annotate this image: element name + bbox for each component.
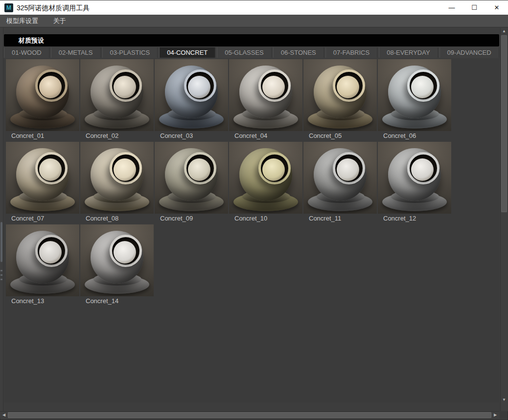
shaderball-cutout (35, 152, 68, 184)
maximize-button[interactable]: ☐ (463, 0, 485, 15)
material-thumbnail[interactable] (303, 59, 377, 131)
material-cell[interactable]: Concret_09 (155, 142, 228, 224)
main-area: 材质预设 01-WOOD02-METALS03-PLASTICS04-CONCR… (0, 27, 508, 411)
material-cell[interactable]: Concret_06 (378, 59, 451, 141)
material-thumbnail[interactable] (303, 142, 377, 214)
material-label: Concret_14 (80, 296, 154, 307)
tab-01-wood[interactable]: 01-WOOD (4, 47, 49, 58)
scroll-down-icon[interactable]: ▼ (501, 397, 508, 403)
material-thumbnail[interactable] (6, 59, 79, 131)
splitter-grip-icon (0, 270, 2, 283)
tab-03-plastics[interactable]: 03-PLASTICS (102, 47, 158, 58)
shaderball-inner-sphere (114, 241, 136, 264)
material-label: Concret_01 (6, 131, 79, 141)
material-thumbnail[interactable] (6, 142, 79, 214)
shaderball-cutout (184, 69, 216, 102)
tab-bar: 01-WOOD02-METALS03-PLASTICS04-CONCRET05-… (4, 47, 499, 58)
scroll-left-icon[interactable]: ◀ (0, 412, 7, 419)
shaderball-inner-sphere (188, 76, 210, 98)
shaderball-inner-sphere (262, 76, 285, 98)
material-grid: Concret_01Concret_02Concret_03Concret_04… (4, 59, 499, 402)
shaderball-cutout (407, 152, 439, 184)
material-label: Concret_06 (378, 131, 451, 141)
shaderball-inner-sphere (337, 158, 359, 181)
material-thumbnail[interactable] (229, 59, 302, 131)
vertical-scrollbar[interactable]: ▲ ▼ (500, 28, 508, 411)
tab-06-stones[interactable]: 06-STONES (273, 47, 324, 58)
material-thumbnail[interactable] (6, 224, 79, 296)
material-label: Concret_08 (80, 214, 154, 224)
material-label: Concret_13 (6, 296, 79, 307)
shaderball-cutout (407, 69, 439, 102)
menu-item-about[interactable]: 关于 (46, 15, 72, 27)
material-cell[interactable]: Concret_12 (378, 142, 451, 224)
material-cell[interactable]: Concret_03 (155, 59, 228, 141)
vertical-scroll-thumb[interactable] (501, 35, 507, 212)
shaderball-inner-sphere (337, 76, 359, 98)
close-icon: ✕ (494, 4, 500, 11)
material-label: Concret_02 (80, 131, 154, 141)
material-cell[interactable]: Concret_14 (80, 224, 154, 307)
material-cell[interactable]: Concret_07 (6, 142, 79, 224)
shaderball-inner-sphere (262, 158, 285, 181)
shaderball-cutout (35, 235, 68, 267)
minimize-button[interactable]: — (440, 0, 463, 15)
shaderball-inner-sphere (411, 158, 434, 181)
material-cell[interactable]: Concret_10 (229, 142, 302, 224)
maya-app-icon: M (4, 3, 13, 12)
tab-09-advanced[interactable]: 09-ADVANCED (439, 47, 499, 58)
material-thumbnail[interactable] (80, 142, 154, 214)
shaderball-cutout (333, 69, 365, 102)
shaderball-inner-sphere (188, 158, 210, 181)
splitter-handle-icon[interactable] (0, 222, 2, 262)
material-label: Concret_10 (229, 214, 302, 224)
shaderball-cutout (333, 152, 365, 184)
menu-item-library-settings[interactable]: 模型库设置 (0, 15, 45, 27)
horizontal-scrollbar[interactable]: ◀ ▶ (0, 411, 499, 419)
material-label: Concret_04 (229, 131, 302, 141)
material-cell[interactable]: Concret_13 (6, 224, 79, 307)
app-window: { "window": { "title": "325阿诺德材质调用工具", "… (0, 0, 508, 420)
tab-05-glasses[interactable]: 05-GLASSES (217, 47, 272, 58)
material-cell[interactable]: Concret_05 (303, 59, 377, 141)
material-label: Concret_03 (155, 131, 228, 141)
material-thumbnail[interactable] (155, 142, 228, 214)
material-cell[interactable]: Concret_04 (229, 59, 302, 141)
tab-08-everyday[interactable]: 08-EVERYDAY (379, 47, 438, 58)
material-label: Concret_11 (303, 214, 377, 224)
material-label: Concret_09 (155, 214, 228, 224)
material-thumbnail[interactable] (80, 224, 154, 296)
close-button[interactable]: ✕ (485, 0, 508, 15)
material-cell[interactable]: Concret_08 (80, 142, 154, 224)
shaderball-inner-sphere (39, 241, 62, 264)
maximize-icon: ☐ (471, 4, 477, 11)
material-cell[interactable]: Concret_01 (6, 59, 79, 141)
scrollbar-corner (500, 411, 508, 419)
menu-bar: 模型库设置 关于 (0, 15, 508, 27)
material-presets-header[interactable]: 材质预设 (4, 34, 499, 46)
material-thumbnail[interactable] (80, 59, 154, 131)
material-thumbnail[interactable] (378, 142, 451, 214)
tab-02-metals[interactable]: 02-METALS (51, 47, 101, 58)
shaderball-cutout (35, 69, 68, 102)
shaderball-inner-sphere (411, 76, 434, 98)
tab-04-concret[interactable]: 04-CONCRET (159, 47, 215, 58)
material-cell[interactable]: Concret_02 (80, 59, 154, 141)
shaderball-inner-sphere (39, 76, 62, 98)
shaderball-cutout (110, 235, 142, 267)
material-thumbnail[interactable] (378, 59, 451, 131)
window-title: 325阿诺德材质调用工具 (17, 0, 90, 15)
scroll-up-icon[interactable]: ▲ (501, 28, 508, 35)
shaderball-cutout (258, 69, 291, 102)
material-label: Concret_07 (6, 214, 79, 224)
material-thumbnail[interactable] (229, 142, 302, 214)
horizontal-scroll-thumb[interactable] (8, 412, 491, 418)
minimize-icon: — (449, 4, 455, 11)
material-cell[interactable]: Concret_11 (303, 142, 377, 224)
title-bar: M 325阿诺德材质调用工具 — ☐ ✕ (0, 0, 508, 15)
shaderball-inner-sphere (39, 158, 62, 181)
scroll-right-icon[interactable]: ▶ (492, 412, 499, 419)
tab-07-fabrics[interactable]: 07-FABRICS (325, 47, 377, 58)
panel-splitter[interactable] (0, 27, 3, 411)
material-thumbnail[interactable] (155, 59, 228, 131)
